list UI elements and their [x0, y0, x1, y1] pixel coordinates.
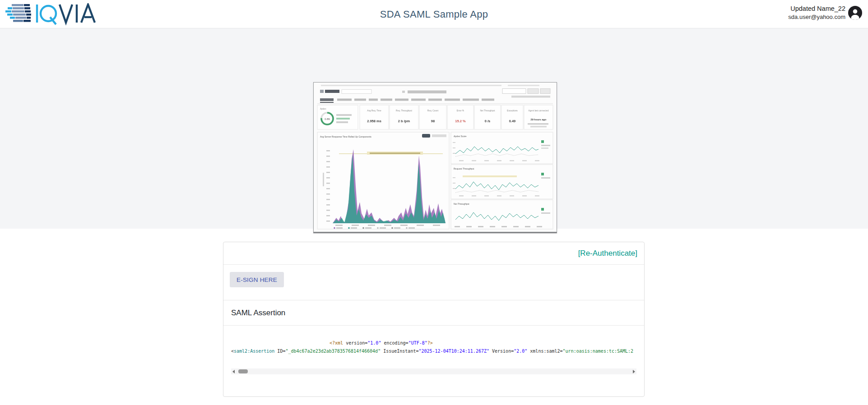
side-panel-title: Apdex Score [454, 135, 467, 138]
thumbnail-main-chart: Avg Server Response Time Rolled Up Compo… [317, 132, 449, 229]
reauthenticate-row: [Re-Authenticate] [223, 242, 644, 264]
esign-button[interactable]: E-SIGN HERE [230, 272, 284, 287]
assertion-header-row: SAML Assertion [223, 300, 644, 325]
kpi-label: Req. Count [427, 110, 439, 112]
user-name: Updated Name_22 [788, 4, 845, 13]
user-email: sda.user@yahoo.com [788, 13, 845, 21]
kpi-value-error: 15.2 % [455, 119, 466, 123]
kpi-value: 98 [431, 119, 435, 123]
kpi-value: 0.49 [509, 119, 516, 123]
code-horizontal-scrollbar[interactable] [231, 368, 636, 374]
side-panel-title: Request Throughput [454, 167, 474, 170]
saml-assertion-line: <saml2:Assertion ID="_db4c67a2e23d2ab378… [231, 347, 636, 355]
apdex-value: 0.86 [325, 118, 330, 120]
kpi-value: 0 /s [485, 119, 491, 123]
assertion-code-section: <?xml version="1.0" encoding="UTF-8"?> <… [223, 325, 644, 396]
scrollbar-thumb[interactable] [238, 369, 248, 373]
thumbnail-side-panels: Apdex Score Request Throughput Net Thr [451, 132, 553, 229]
hero-section: Apdex 0.86 Avg Req. Time Req. Throughput… [0, 28, 868, 229]
kpi-label: Error % [457, 110, 464, 112]
kpi-label: Req. Throughput [396, 110, 413, 112]
app-header: SDA SAML Sample App Updated Name_22 sda.… [0, 0, 868, 28]
user-info: Updated Name_22 sda.user@yahoo.com [788, 4, 845, 21]
kpi-value: 29 hours ago [531, 118, 547, 121]
esign-row: E-SIGN HERE [223, 264, 644, 300]
kpi-value: 2.958 ms [367, 119, 381, 123]
kpi-label: Net Throughput [480, 110, 495, 112]
user-avatar-icon[interactable] [848, 6, 862, 20]
main-chart-title: Avg Server Response Time Rolled Up Compo… [320, 135, 371, 138]
assertion-heading: SAML Assertion [231, 308, 285, 318]
kpi-label: Agent last connected [529, 110, 549, 112]
reauthenticate-link[interactable]: [Re-Authenticate] [578, 249, 637, 258]
kpi-label: Avg Req. Time [367, 110, 381, 112]
scroll-right-arrow[interactable] [633, 370, 635, 373]
scroll-left-arrow[interactable] [232, 370, 235, 373]
kpi-label: Apdex [320, 108, 326, 110]
page-title: SDA SAML Sample App [0, 0, 868, 28]
kpi-label: Exceptions [507, 110, 518, 112]
kpi-value: 2 b /pm [398, 119, 410, 123]
dashboard-thumbnail: Apdex 0.86 Avg Req. Time Req. Throughput… [313, 82, 557, 233]
side-panel-title: Net Throughput [454, 202, 469, 205]
thumbnail-kpi-row: Apdex 0.86 Avg Req. Time Req. Throughput… [317, 105, 553, 129]
saml-card: [Re-Authenticate] E-SIGN HERE SAML Asser… [223, 242, 645, 397]
xml-declaration-line: <?xml version="1.0" encoding="UTF-8"?> [330, 339, 636, 347]
